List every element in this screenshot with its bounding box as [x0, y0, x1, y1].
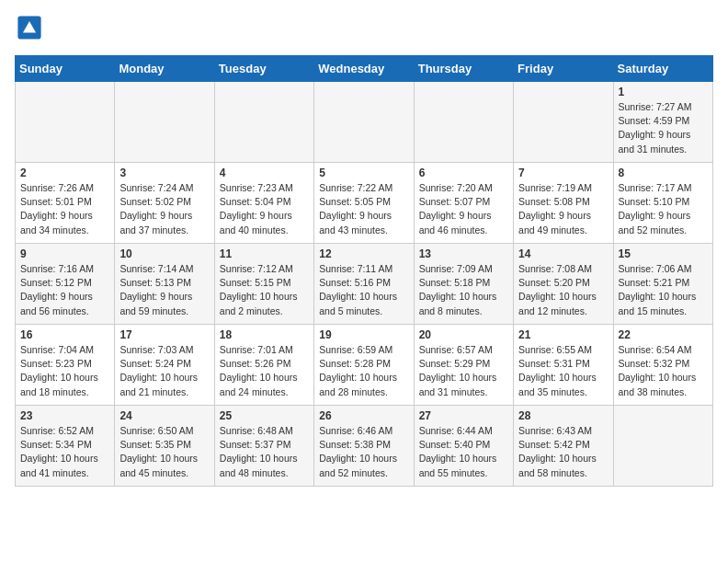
day-cell-8: 8Sunrise: 7:17 AM Sunset: 5:10 PM Daylig… — [613, 163, 712, 244]
day-cell-9: 9Sunrise: 7:16 AM Sunset: 5:12 PM Daylig… — [16, 244, 115, 325]
day-cell-24: 24Sunrise: 6:50 AM Sunset: 5:35 PM Dayli… — [115, 406, 214, 487]
calendar-header — [15, 15, 713, 44]
empty-cell — [115, 82, 214, 163]
day-cell-17: 17Sunrise: 7:03 AM Sunset: 5:24 PM Dayli… — [115, 325, 214, 406]
day-cell-13: 13Sunrise: 7:09 AM Sunset: 5:18 PM Dayli… — [414, 244, 513, 325]
day-info: Sunrise: 7:26 AM Sunset: 5:01 PM Dayligh… — [20, 181, 109, 237]
day-number: 11 — [220, 247, 309, 260]
day-number: 25 — [220, 409, 309, 422]
weekday-header-sunday: Sunday — [16, 56, 115, 82]
weekday-header-saturday: Saturday — [613, 56, 712, 82]
weekday-header-monday: Monday — [115, 56, 214, 82]
day-cell-27: 27Sunrise: 6:44 AM Sunset: 5:40 PM Dayli… — [414, 406, 513, 487]
day-number: 7 — [518, 167, 608, 179]
day-number: 22 — [619, 328, 708, 341]
day-number: 27 — [419, 409, 508, 422]
day-info: Sunrise: 7:22 AM Sunset: 5:05 PM Dayligh… — [319, 181, 408, 237]
day-info: Sunrise: 7:04 AM Sunset: 5:23 PM Dayligh… — [20, 343, 109, 399]
day-info: Sunrise: 7:20 AM Sunset: 5:07 PM Dayligh… — [419, 181, 508, 237]
day-cell-26: 26Sunrise: 6:46 AM Sunset: 5:38 PM Dayli… — [314, 406, 414, 487]
day-number: 4 — [220, 167, 309, 179]
day-info: Sunrise: 6:57 AM Sunset: 5:29 PM Dayligh… — [419, 343, 508, 399]
day-number: 3 — [119, 167, 209, 179]
weekday-header-tuesday: Tuesday — [214, 56, 313, 82]
day-number: 12 — [319, 247, 408, 260]
day-number: 19 — [319, 328, 408, 341]
empty-cell — [314, 82, 414, 163]
day-info: Sunrise: 7:17 AM Sunset: 5:10 PM Dayligh… — [619, 181, 708, 237]
day-info: Sunrise: 6:48 AM Sunset: 5:37 PM Dayligh… — [220, 424, 309, 480]
day-number: 5 — [319, 167, 408, 179]
day-cell-22: 22Sunrise: 6:54 AM Sunset: 5:32 PM Dayli… — [613, 325, 712, 406]
logo — [15, 15, 46, 44]
day-number: 18 — [220, 328, 309, 341]
day-info: Sunrise: 6:43 AM Sunset: 5:42 PM Dayligh… — [518, 424, 608, 480]
day-info: Sunrise: 7:24 AM Sunset: 5:02 PM Dayligh… — [119, 181, 209, 237]
day-info: Sunrise: 7:14 AM Sunset: 5:13 PM Dayligh… — [119, 262, 209, 318]
day-number: 6 — [419, 167, 508, 179]
weekday-header-row: SundayMondayTuesdayWednesdayThursdayFrid… — [16, 56, 713, 82]
weekday-header-wednesday: Wednesday — [314, 56, 414, 82]
day-cell-28: 28Sunrise: 6:43 AM Sunset: 5:42 PM Dayli… — [514, 406, 613, 487]
day-cell-10: 10Sunrise: 7:14 AM Sunset: 5:13 PM Dayli… — [115, 244, 214, 325]
day-cell-20: 20Sunrise: 6:57 AM Sunset: 5:29 PM Dayli… — [414, 325, 513, 406]
empty-cell — [514, 82, 613, 163]
day-cell-3: 3Sunrise: 7:24 AM Sunset: 5:02 PM Daylig… — [115, 163, 214, 244]
day-number: 1 — [619, 86, 708, 98]
day-number: 16 — [20, 328, 109, 341]
calendar-table: SundayMondayTuesdayWednesdayThursdayFrid… — [15, 55, 713, 487]
day-info: Sunrise: 6:59 AM Sunset: 5:28 PM Dayligh… — [319, 343, 408, 399]
day-info: Sunrise: 7:03 AM Sunset: 5:24 PM Dayligh… — [119, 343, 209, 399]
day-number: 14 — [518, 247, 608, 260]
day-cell-15: 15Sunrise: 7:06 AM Sunset: 5:21 PM Dayli… — [613, 244, 712, 325]
day-number: 10 — [119, 247, 209, 260]
day-number: 9 — [20, 247, 109, 260]
day-info: Sunrise: 7:01 AM Sunset: 5:26 PM Dayligh… — [220, 343, 309, 399]
day-info: Sunrise: 7:27 AM Sunset: 4:59 PM Dayligh… — [619, 100, 708, 156]
day-number: 26 — [319, 409, 408, 422]
day-info: Sunrise: 6:50 AM Sunset: 5:35 PM Dayligh… — [119, 424, 209, 480]
day-cell-25: 25Sunrise: 6:48 AM Sunset: 5:37 PM Dayli… — [214, 406, 313, 487]
day-number: 24 — [119, 409, 209, 422]
day-cell-19: 19Sunrise: 6:59 AM Sunset: 5:28 PM Dayli… — [314, 325, 414, 406]
day-cell-12: 12Sunrise: 7:11 AM Sunset: 5:16 PM Dayli… — [314, 244, 414, 325]
day-cell-21: 21Sunrise: 6:55 AM Sunset: 5:31 PM Dayli… — [514, 325, 613, 406]
day-info: Sunrise: 6:55 AM Sunset: 5:31 PM Dayligh… — [518, 343, 608, 399]
day-info: Sunrise: 7:09 AM Sunset: 5:18 PM Dayligh… — [419, 262, 508, 318]
day-info: Sunrise: 6:52 AM Sunset: 5:34 PM Dayligh… — [20, 424, 109, 480]
day-number: 17 — [119, 328, 209, 341]
day-number: 8 — [619, 167, 708, 179]
day-cell-23: 23Sunrise: 6:52 AM Sunset: 5:34 PM Dayli… — [16, 406, 115, 487]
day-cell-5: 5Sunrise: 7:22 AM Sunset: 5:05 PM Daylig… — [314, 163, 414, 244]
empty-cell — [16, 82, 115, 163]
empty-cell — [414, 82, 513, 163]
day-cell-2: 2Sunrise: 7:26 AM Sunset: 5:01 PM Daylig… — [16, 163, 115, 244]
week-row-2: 2Sunrise: 7:26 AM Sunset: 5:01 PM Daylig… — [16, 163, 713, 244]
day-info: Sunrise: 6:44 AM Sunset: 5:40 PM Dayligh… — [419, 424, 508, 480]
week-row-1: 1Sunrise: 7:27 AM Sunset: 4:59 PM Daylig… — [16, 82, 713, 163]
empty-cell — [214, 82, 313, 163]
day-cell-6: 6Sunrise: 7:20 AM Sunset: 5:07 PM Daylig… — [414, 163, 513, 244]
day-cell-7: 7Sunrise: 7:19 AM Sunset: 5:08 PM Daylig… — [514, 163, 613, 244]
day-cell-4: 4Sunrise: 7:23 AM Sunset: 5:04 PM Daylig… — [214, 163, 313, 244]
day-cell-16: 16Sunrise: 7:04 AM Sunset: 5:23 PM Dayli… — [16, 325, 115, 406]
day-info: Sunrise: 7:08 AM Sunset: 5:20 PM Dayligh… — [518, 262, 608, 318]
day-cell-18: 18Sunrise: 7:01 AM Sunset: 5:26 PM Dayli… — [214, 325, 313, 406]
week-row-4: 16Sunrise: 7:04 AM Sunset: 5:23 PM Dayli… — [16, 325, 713, 406]
week-row-3: 9Sunrise: 7:16 AM Sunset: 5:12 PM Daylig… — [16, 244, 713, 325]
day-number: 13 — [419, 247, 508, 260]
day-info: Sunrise: 6:46 AM Sunset: 5:38 PM Dayligh… — [319, 424, 408, 480]
day-cell-14: 14Sunrise: 7:08 AM Sunset: 5:20 PM Dayli… — [514, 244, 613, 325]
day-cell-1: 1Sunrise: 7:27 AM Sunset: 4:59 PM Daylig… — [613, 82, 712, 163]
weekday-header-thursday: Thursday — [414, 56, 513, 82]
day-number: 2 — [20, 167, 109, 179]
day-number: 21 — [518, 328, 608, 341]
day-info: Sunrise: 7:19 AM Sunset: 5:08 PM Dayligh… — [518, 181, 608, 237]
day-info: Sunrise: 7:16 AM Sunset: 5:12 PM Dayligh… — [20, 262, 109, 318]
day-info: Sunrise: 7:12 AM Sunset: 5:15 PM Dayligh… — [220, 262, 309, 318]
day-info: Sunrise: 7:23 AM Sunset: 5:04 PM Dayligh… — [220, 181, 309, 237]
day-cell-11: 11Sunrise: 7:12 AM Sunset: 5:15 PM Dayli… — [214, 244, 313, 325]
week-row-5: 23Sunrise: 6:52 AM Sunset: 5:34 PM Dayli… — [16, 406, 713, 487]
day-number: 28 — [518, 409, 608, 422]
day-number: 23 — [20, 409, 109, 422]
